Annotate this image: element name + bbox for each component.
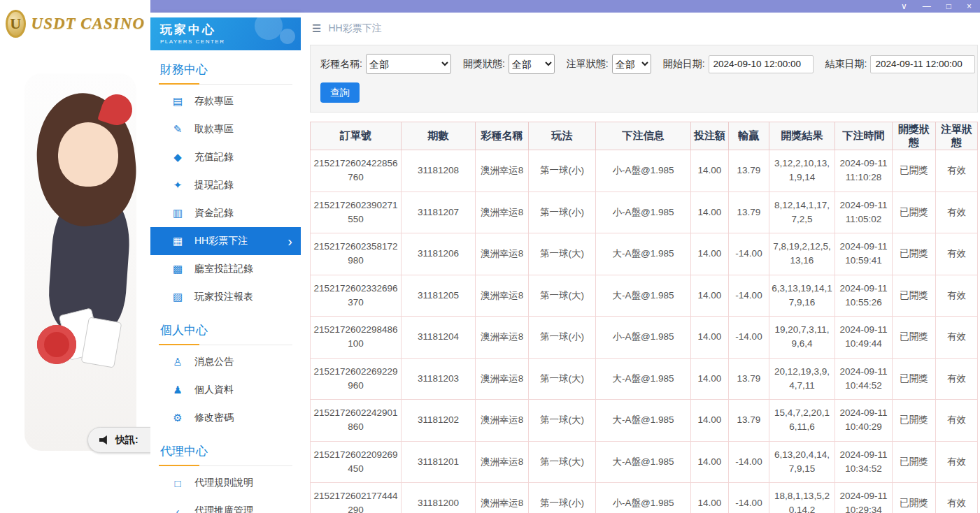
table-cell: 14.00 [691,400,729,442]
query-button[interactable]: 查詢 [320,82,360,103]
recharge-icon: ◆ [170,151,185,164]
table-row: 215217260239027155031181207澳洲幸运8第一球(小)小-… [311,192,978,233]
sidebar-item[interactable]: ▦HH彩票下注› [150,227,301,255]
sidebar-title: 玩家中心 [160,22,291,38]
collapse-icon[interactable]: ∨ [901,2,907,10]
table-cell: 澳洲幸运8 [476,317,529,359]
profile-icon: ♟ [170,384,185,396]
sidebar-item[interactable]: ▩廳室投註記錄 [150,255,301,283]
table-cell: 3,12,2,10,13,1,9,14 [769,150,835,192]
mascot-face [58,122,118,187]
table-cell: 31181201 [402,441,476,483]
table-cell: 已開獎 [893,441,936,483]
page-title: HH彩票下注 [328,22,381,35]
filter-panel: 彩種名稱: 全部 開獎狀態: 全部 [310,45,978,113]
minimize-icon[interactable]: — [923,2,931,10]
table-cell: 2024-09-11 11:05:02 [835,192,893,233]
order-status-select[interactable]: 全部 [612,54,651,74]
table-cell: 已開獎 [893,317,936,359]
table-cell: 第一球(小) [529,150,596,192]
table-cell: 6,3,13,19,14,17,9,16 [769,275,835,317]
main-content: ☰ HH彩票下注 彩種名稱: 全部 [301,13,980,513]
sidebar-item[interactable]: ✎取款專區 [150,115,301,143]
table-cell: -14.00 [729,233,769,275]
lottery-name-select[interactable]: 全部 [366,54,451,74]
table-cell: 2152172602177444290 [311,483,402,513]
table-cell: 2152172602422856760 [311,150,402,192]
sidebar-item[interactable]: ✦提現記錄 [150,171,301,199]
sidebar-item[interactable]: ▤存款專區 [150,87,301,115]
sidebar-item[interactable]: ▨玩家投注報表 [150,283,301,311]
table-cell: 14.00 [691,358,729,400]
sidebar-item-label: 充值記錄 [194,151,234,164]
table-cell: 14.00 [691,275,729,317]
table-row: 215217260220926945031181201澳洲幸运8第一球(大)大-… [311,441,978,483]
deposit-icon: ▤ [170,95,185,108]
sidebar-item[interactable]: ⚙修改密碼 [150,404,301,432]
end-date-input[interactable] [870,55,975,73]
sidebar-item[interactable]: □代理規則說明 [150,469,301,497]
table-cell: 澳洲幸运8 [476,400,529,442]
table-row: 215217260224290186031181202澳洲幸运8第一球(大)大-… [311,400,978,442]
table-cell: 小-A盤@1.985 [596,192,691,233]
table-cell: 7,8,19,2,12,5,13,16 [769,233,835,275]
funds-icon: ▥ [170,207,185,219]
table-cell: 已開獎 [893,358,936,400]
table-cell: 已開獎 [893,400,936,442]
orders-table: 訂單號期數彩種名稱玩法下注信息投注額輸贏開獎結果下注時間開獎狀態注單狀態 215… [310,122,978,513]
table-cell: 2152172602390271550 [311,192,402,233]
sidebar-item-label: 存款專區 [194,95,234,108]
start-date-input[interactable] [709,55,814,73]
sidebar-item-label: 廳室投註記錄 [194,263,253,275]
table-cell: 已開獎 [893,483,936,513]
table-cell: 14.00 [691,441,729,483]
sidebar-item-label: 代理規則說明 [194,477,253,489]
table-cell: 有效 [936,192,978,233]
table-cell: 2152172602209269450 [311,441,402,483]
close-icon[interactable]: × [967,2,972,10]
table-cell: -14.00 [729,317,769,359]
table-cell: 2024-09-11 10:29:34 [835,483,893,513]
table-cell: 大-A盤@1.985 [596,358,691,400]
table-row: 215217260242285676031181208澳洲幸运8第一球(小)小-… [311,150,978,192]
sidebar-item[interactable]: ◆充值記錄 [150,143,301,171]
column-header: 玩法 [529,122,596,150]
column-header: 輸贏 [729,122,769,150]
table-cell: 2024-09-11 11:10:28 [835,150,893,192]
column-header: 彩種名稱 [476,122,529,150]
section-title: 代理中心 [159,443,292,466]
table-cell: 已開獎 [893,192,936,233]
window-right-region: ∨ — □ × 玩家中心 PLAYERS CENTER 財務中心▤存款專區✎取款… [150,0,980,513]
table-cell: 已開獎 [893,150,936,192]
table-cell: 有效 [936,483,978,513]
sidebar-item[interactable]: ▥資金記錄 [150,199,301,227]
sidebar-item[interactable]: ♟個人資料 [150,376,301,404]
table-cell: 2152172602242901860 [311,400,402,442]
table-cell: 澳洲幸运8 [476,275,529,317]
sidebar-item[interactable]: ♙消息公告 [150,348,301,376]
draw-status-select[interactable]: 全部 [509,54,555,74]
table-cell: 澳洲幸运8 [476,233,529,275]
sidebar-item[interactable]: ‹代理推廣管理 [150,497,301,513]
table-cell: 31181203 [402,358,476,400]
news-ticker[interactable]: 快訊: [87,427,150,453]
table-row: 215217260233269637031181205澳洲幸运8第一球(大)大-… [311,275,978,317]
table-cell: 第一球(大) [529,358,596,400]
table-cell: 13.79 [729,150,769,192]
sidebar-item-label: 消息公告 [194,356,234,368]
maximize-icon[interactable]: □ [946,2,951,10]
table-cell: 已開獎 [893,275,936,317]
table-cell: 2152172602298486100 [311,317,402,359]
table-cell: 2024-09-11 10:40:29 [835,400,893,442]
table-cell: 小-A盤@1.985 [596,483,691,513]
table-cell: 澳洲幸运8 [476,150,529,192]
table-cell: -14.00 [729,441,769,483]
sidebar-item-label: 玩家投注報表 [194,291,253,303]
table-cell: 有效 [936,275,978,317]
menu-icon[interactable]: ☰ [312,22,321,35]
table-cell: 31181205 [402,275,476,317]
table-cell: 大-A盤@1.985 [596,275,691,317]
table-cell: 19,20,7,3,11,9,6,4 [769,317,835,359]
table-cell: 澳洲幸运8 [476,441,529,483]
column-header: 注單狀態 [936,122,978,150]
